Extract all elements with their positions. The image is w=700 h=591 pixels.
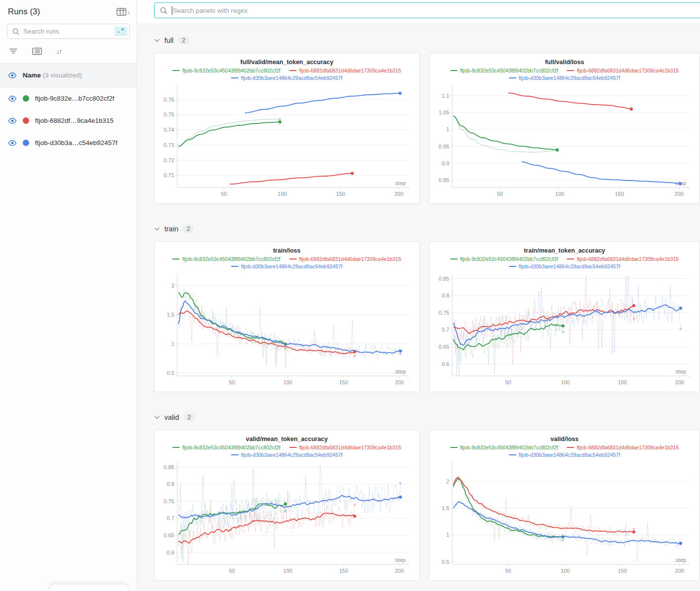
search-icon — [12, 28, 20, 36]
svg-text:1.5: 1.5 — [442, 505, 449, 511]
legend-color-dash — [231, 266, 238, 267]
filter-icon[interactable] — [9, 48, 18, 55]
run-name: ftjob-6882df…9ca4e1b315 — [35, 117, 114, 124]
svg-text:0.7: 0.7 — [442, 327, 449, 332]
chart-title: full/valid/mean_token_accuracy — [160, 59, 413, 66]
svg-text:150: 150 — [336, 191, 345, 197]
svg-text:0.74: 0.74 — [164, 127, 174, 133]
svg-text:0.73: 0.73 — [164, 142, 174, 148]
chart-panel[interactable]: valid/mean_token_accuracyftjob-9c832e53c… — [154, 430, 420, 581]
chart-canvas[interactable]: 0.710.720.730.740.750.7650100150200step — [160, 82, 412, 201]
svg-text:200: 200 — [675, 379, 684, 385]
text-cursor — [172, 6, 172, 15]
run-row[interactable]: ftjob-6882df…9ca4e1b315 — [0, 110, 137, 132]
svg-text:50: 50 — [229, 568, 235, 574]
run-row[interactable]: ftjob-d30b3a…c54eb92457f — [0, 132, 137, 154]
chart-title: full/valid/loss — [435, 59, 694, 66]
eye-icon[interactable] — [8, 72, 17, 79]
runs-list: ftjob-9c832e…b7cc802cf2f ftjob-6882df…9c… — [0, 87, 137, 154]
legend-color-dash — [172, 259, 180, 260]
svg-text:0.65: 0.65 — [439, 344, 449, 350]
legend-run-name: ftjob-9c832e53c45043f89402bb7cc802cf2f — [182, 444, 280, 451]
legend-item: ftjob-9c832e53c45043f89402bb7cc802cf2f — [172, 67, 280, 74]
panel-section-full: full2full/valid/mean_token_accuracyftjob… — [154, 35, 700, 204]
svg-text:0.85: 0.85 — [439, 177, 449, 183]
legend-color-dash — [450, 259, 458, 260]
table-view-icon[interactable] — [117, 8, 126, 16]
chart-canvas[interactable]: 0.511.5250100150200step — [160, 271, 412, 389]
svg-text:150: 150 — [339, 568, 348, 574]
legend-color-dash — [567, 70, 574, 72]
legend-item: ftjob-9c832e53c45043f89402bb7cc802cf2f — [450, 444, 558, 451]
svg-text:100: 100 — [278, 191, 287, 197]
chart-canvas[interactable]: 0.60.650.70.750.80.8550100150200step — [435, 271, 693, 389]
runs-table-header[interactable]: Name (3 visualized) — [0, 64, 137, 87]
collapse-sidebar-chevron[interactable]: › — [127, 8, 130, 16]
columns-settings-icon[interactable] — [32, 47, 42, 55]
eye-icon[interactable] — [8, 95, 17, 102]
legend-run-name: ftjob-6882dfa6831d4d6dae17309ca4e1b315 — [577, 444, 679, 451]
chart-canvas[interactable]: 0.60.650.70.750.80.8550100150200step — [160, 459, 412, 578]
legend-run-name: ftjob-9c832e53c45043f89402bb7cc802cf2f — [460, 256, 558, 262]
svg-text:200: 200 — [394, 191, 403, 197]
legend-run-name: ftjob-d30b3aee14864c29acd9ac54eb92457f — [519, 74, 621, 81]
svg-text:100: 100 — [561, 379, 570, 385]
section-panel-count-badge: 2 — [184, 413, 195, 421]
chart-panel[interactable]: full/valid/lossftjob-9c832e53c45043f8940… — [429, 53, 700, 204]
svg-text:2: 2 — [446, 479, 449, 484]
svg-text:0.9: 0.9 — [442, 160, 449, 166]
section-header-train[interactable]: train2 — [154, 223, 700, 235]
legend-item: ftjob-6882dfa6831d4d6dae17309ca4e1b315 — [567, 444, 679, 451]
svg-text:step: step — [675, 369, 686, 374]
svg-text:1.5: 1.5 — [167, 312, 174, 318]
legend-color-dash — [172, 70, 180, 72]
section-header-valid[interactable]: valid2 — [154, 411, 700, 423]
legend-run-name: ftjob-6882dfa6831d4d6dae17309ca4e1b315 — [299, 444, 401, 451]
svg-text:100: 100 — [283, 379, 292, 385]
legend-item: ftjob-6882dfa6831d4d6dae17309ca4e1b315 — [289, 256, 401, 262]
name-column-label: Name — [23, 72, 41, 79]
svg-text:200: 200 — [395, 379, 404, 385]
panels-workspace: full2full/valid/mean_token_accuracyftjob… — [138, 24, 700, 581]
panel-row: train/lossftjob-9c832e53c45043f89402bb7c… — [154, 241, 700, 392]
run-color-dot — [23, 140, 29, 146]
svg-text:0.71: 0.71 — [164, 172, 174, 178]
eye-icon[interactable] — [8, 117, 17, 124]
svg-text:50: 50 — [505, 379, 511, 385]
chart-panel[interactable]: full/valid/mean_token_accuracyftjob-9c83… — [154, 53, 420, 204]
legend-run-name: ftjob-d30b3aee14864c29acd9ac54eb92457f — [519, 263, 621, 270]
eye-icon[interactable] — [8, 140, 17, 147]
run-color-dot — [23, 95, 29, 102]
legend-run-name: ftjob-6882dfa6831d4d6dae17309ca4e1b315 — [577, 256, 679, 262]
chevron-down-icon[interactable] — [154, 415, 160, 420]
sort-icon[interactable]: ↓↑ — [56, 47, 61, 55]
section-header-full[interactable]: full2 — [154, 35, 700, 46]
svg-text:100: 100 — [561, 568, 570, 574]
chevron-down-icon[interactable] — [154, 226, 160, 231]
svg-text:150: 150 — [339, 379, 348, 385]
legend-run-name: ftjob-d30b3aee14864c29acd9ac54eb92457f — [241, 263, 343, 270]
chart-panel[interactable]: train/mean_token_accuracyftjob-9c832e53c… — [429, 241, 700, 392]
legend-item: ftjob-6882dfa6831d4d6dae17309ca4e1b315 — [567, 67, 679, 74]
regex-toggle-button[interactable]: .* — [115, 27, 127, 36]
visualized-count-label: (3 visualized) — [43, 72, 82, 79]
chart-title: train/loss — [160, 247, 413, 254]
legend-item: ftjob-d30b3aee14864c29acd9ac54eb92457f — [231, 74, 343, 81]
run-row[interactable]: ftjob-9c832e…b7cc802cf2f — [0, 87, 137, 110]
chart-canvas[interactable]: 0.850.90.9511.051.150100150200step — [435, 82, 693, 201]
panel-search-input[interactable]: Search panels with regex — [154, 2, 700, 18]
svg-text:0.85: 0.85 — [164, 464, 174, 470]
chart-panel[interactable]: valid/lossftjob-9c832e53c45043f89402bb7c… — [429, 430, 700, 581]
svg-text:150: 150 — [618, 379, 627, 385]
chart-panel[interactable]: train/lossftjob-9c832e53c45043f89402bb7c… — [154, 241, 420, 392]
chart-canvas[interactable]: 0.511.5250100150200step — [435, 459, 693, 578]
chevron-down-icon[interactable] — [154, 38, 160, 43]
search-icon — [159, 6, 168, 15]
svg-text:1: 1 — [446, 532, 449, 538]
runs-search-input[interactable]: Search runs .* — [7, 24, 130, 39]
svg-text:0.8: 0.8 — [442, 293, 449, 298]
workspace-main: Search panels with regex full2full/valid… — [138, 0, 700, 591]
panel-section-train: train2train/lossftjob-9c832e53c45043f894… — [154, 223, 700, 392]
legend-run-name: ftjob-9c832e53c45043f89402bb7cc802cf2f — [182, 256, 280, 262]
floating-bottom-card[interactable] — [49, 584, 128, 591]
